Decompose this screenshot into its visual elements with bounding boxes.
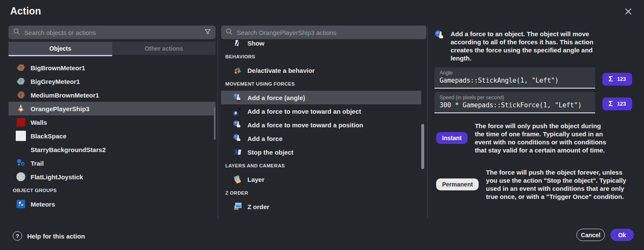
- permanent-badge[interactable]: Permanent: [436, 178, 479, 190]
- speed-field[interactable]: Speed (in pixels per second) 300 * Gamep…: [434, 92, 595, 113]
- meteor-grey-icon: [15, 76, 26, 86]
- group-label: Meteors: [31, 201, 55, 208]
- panel-divider: [427, 26, 428, 218]
- objects-search-input[interactable]: [24, 29, 200, 36]
- meteor-brown-icon: [15, 63, 26, 73]
- dialog-title: Action: [10, 6, 41, 17]
- object-label: Walls: [31, 119, 47, 126]
- behavior-icon: [232, 66, 243, 75]
- force-toward-object-icon: [232, 106, 243, 116]
- tab-other-actions-label: Other actions: [145, 45, 183, 52]
- objects-list: BigBrownMeteor1 BigGreyMeteor1 MediumBro…: [9, 61, 216, 211]
- list-item[interactable]: Walls: [9, 115, 216, 129]
- object-label: BigGreyMeteor1: [31, 78, 80, 85]
- angle-expression-button[interactable]: Σ 123: [602, 73, 632, 86]
- object-label: BigBrownMeteor1: [31, 64, 85, 72]
- list-item[interactable]: BigBrownMeteor1: [9, 61, 216, 75]
- section-header: MOVEMENT USING FORCES: [221, 77, 421, 91]
- panel-divider: [218, 26, 218, 218]
- angle-field[interactable]: Angle Gamepads::StickAngle(1, "Left"): [434, 67, 595, 89]
- list-item[interactable]: Add a force: [221, 132, 421, 145]
- speed-field-label: Speed (in pixels per second): [440, 95, 590, 101]
- list-item[interactable]: StarryBackgroundStars2: [9, 143, 216, 156]
- object-label: OrangePlayerShip3: [31, 105, 89, 112]
- actions-scrollbar-thumb[interactable]: [421, 124, 424, 169]
- list-item[interactable]: Trail: [9, 156, 216, 170]
- action-label: Add a force: [247, 135, 283, 142]
- sigma-icon: Σ: [608, 75, 613, 83]
- section-header: LAYERS AND CAMERAS: [221, 159, 421, 172]
- particle-dots-icon: [15, 158, 26, 168]
- list-item[interactable]: Meteors: [9, 197, 216, 211]
- help-icon: ?: [13, 231, 22, 241]
- add-force-icon: [232, 93, 243, 102]
- numbers-icon: 123: [617, 76, 626, 82]
- left-tabbar: Objects Other actions: [9, 42, 216, 55]
- close-icon[interactable]: [623, 6, 634, 17]
- object-label: MediumBrownMeteor1: [31, 92, 99, 99]
- object-label: FlatLightJoystick: [31, 173, 83, 181]
- speed-field-value: 300 * Gamepads::StickForce(1, "Left"): [440, 101, 590, 109]
- objects-search-box: [9, 26, 216, 39]
- instant-badge[interactable]: Instant: [436, 132, 468, 144]
- search-icon: [225, 28, 233, 37]
- action-label: Add a force (angle): [247, 94, 305, 101]
- actions-search-input[interactable]: [237, 29, 422, 36]
- help-link[interactable]: ? Help for this action: [13, 231, 85, 241]
- angle-field-value: Gamepads::StickAngle(1, "Left"): [440, 77, 590, 84]
- stop-object-icon: [232, 147, 243, 157]
- action-label: Layer: [247, 176, 264, 183]
- permanent-note-text: The force will push the object forever, …: [486, 168, 634, 201]
- white-square-icon: [15, 131, 26, 141]
- action-label: Add a force to move toward an object: [247, 108, 361, 115]
- list-item[interactable]: Add a force to move toward an object: [221, 104, 421, 118]
- add-force-simple-icon: [232, 134, 243, 143]
- numbers-icon: 123: [617, 101, 626, 107]
- instant-note-text: The force will only push the object duri…: [475, 122, 612, 154]
- tab-other-actions[interactable]: Other actions: [112, 42, 216, 55]
- action-label: Add a force to move toward a position: [247, 121, 363, 129]
- list-item[interactable]: Add a force to move toward a position: [221, 118, 421, 132]
- cancel-button[interactable]: Cancel: [576, 229, 605, 241]
- list-item[interactable]: Z order: [221, 200, 421, 213]
- show-icon: [232, 38, 243, 48]
- list-item[interactable]: BlackSpace: [9, 129, 216, 143]
- action-label: Stop the object: [247, 149, 293, 156]
- action-label: De/activate a behavior: [247, 67, 315, 74]
- list-item[interactable]: FlatLightJoystick: [9, 170, 216, 184]
- z-order-icon: [232, 202, 243, 211]
- action-description: Add a force to an object. The object wil…: [451, 30, 600, 62]
- action-dialog: Action Objects Other actions BigBrownMet…: [0, 0, 644, 250]
- action-description-block: Add a force to an object. The object wil…: [434, 30, 634, 62]
- meteor-brown-medium-icon: [15, 90, 26, 100]
- left-scrollbar-thumb[interactable]: [214, 107, 216, 140]
- instant-note: Instant The force will only push the obj…: [436, 122, 634, 154]
- list-item[interactable]: BigGreyMeteor1: [9, 75, 216, 88]
- permanent-note: Permanent The force will push the object…: [436, 168, 634, 201]
- tab-objects-label: Objects: [49, 45, 71, 52]
- object-label: Trail: [31, 160, 44, 167]
- object-label: BlackSpace: [31, 132, 66, 140]
- section-header: Z ORDER: [221, 186, 421, 200]
- sigma-icon: Σ: [608, 100, 613, 108]
- list-item[interactable]: Layer: [221, 172, 421, 186]
- layer-icon: [232, 175, 243, 184]
- list-item[interactable]: MediumBrownMeteor1: [9, 88, 216, 102]
- object-groups-header: OBJECT GROUPS: [9, 184, 216, 197]
- action-label: Z order: [247, 203, 270, 210]
- tab-objects[interactable]: Objects: [9, 42, 112, 55]
- action-label: Show: [247, 40, 264, 47]
- speed-expression-button[interactable]: Σ 123: [602, 98, 632, 110]
- angle-field-group: Angle Gamepads::StickAngle(1, "Left") Σ …: [434, 67, 632, 89]
- section-header: BEHAVIORS: [221, 50, 421, 63]
- speed-field-group: Speed (in pixels per second) 300 * Gamep…: [434, 92, 632, 113]
- add-force-icon: [434, 30, 445, 62]
- force-toward-position-icon: [232, 120, 243, 129]
- ok-button[interactable]: Ok: [610, 229, 634, 241]
- list-item[interactable]: De/activate a behavior: [221, 63, 421, 77]
- list-item[interactable]: Stop the object: [221, 145, 421, 159]
- filter-icon[interactable]: [204, 28, 211, 37]
- actions-list: Show BEHAVIORS De/activate a behavior MO…: [221, 36, 421, 213]
- list-item-selected[interactable]: Add a force (angle): [221, 91, 421, 104]
- list-item-selected[interactable]: OrangePlayerShip3: [9, 102, 216, 115]
